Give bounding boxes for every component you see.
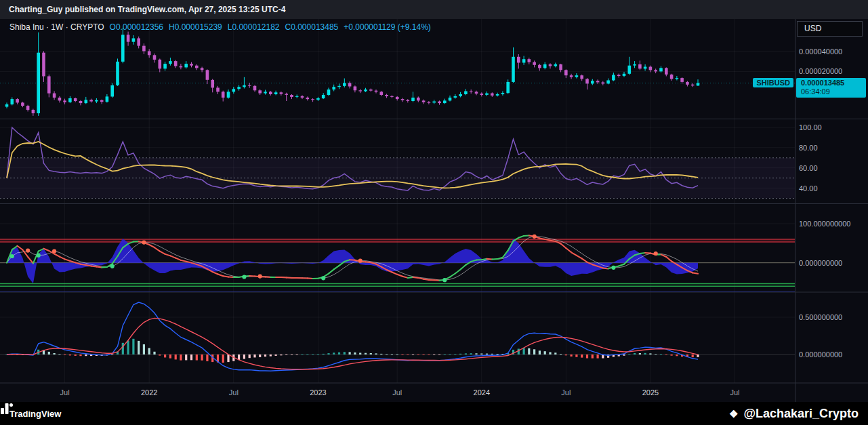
candle (417, 98, 420, 100)
rsi-band (0, 158, 795, 199)
candle (327, 89, 331, 95)
ohlc-close: C0.000013485 (285, 22, 339, 32)
candle (538, 65, 541, 68)
candle (617, 75, 621, 77)
bar-countdown: 06:34:09 (801, 87, 866, 96)
candle (169, 61, 172, 64)
candle (68, 98, 72, 102)
last-price-value: 0.000013485 (801, 79, 866, 87)
candle (396, 97, 399, 99)
candle (528, 59, 531, 62)
wt-cross-up-dot (442, 278, 447, 282)
chart-canvas[interactable]: 0.0000400000.000020000100.0080.0060.0040… (0, 0, 868, 425)
candle (301, 96, 304, 98)
ohlc-high: H0.000015239 (169, 22, 222, 32)
publish-text: Charting_Guy published on TradingView.co… (9, 5, 285, 14)
candle (232, 89, 236, 92)
wt-cross-down-dot (142, 241, 146, 245)
symbol-title[interactable]: Shiba Inu · 1W · CRYPTO (9, 22, 104, 32)
last-price-badge: 0.000013485 06:34:09 (796, 78, 866, 98)
candle (159, 60, 162, 68)
candle (506, 82, 510, 93)
candle (26, 106, 30, 110)
candle (153, 55, 157, 60)
candle (449, 98, 452, 100)
candle (110, 85, 114, 97)
tradingview-logo-icon (0, 402, 14, 416)
wt-cross-up-dot (611, 266, 615, 270)
wt-cross-down-dot (533, 235, 537, 239)
candle (559, 64, 562, 70)
candle (665, 68, 668, 75)
candle (697, 83, 700, 86)
candle (332, 87, 335, 89)
candle (348, 83, 352, 86)
candle (127, 35, 130, 41)
candle (32, 110, 35, 113)
candle (253, 86, 257, 91)
wt-cross-up-dot (242, 275, 246, 279)
tradingview-brand[interactable]: TradingView (9, 409, 61, 419)
candle (564, 70, 568, 75)
candle (654, 70, 657, 71)
wt-cross-up-dot (110, 264, 115, 268)
candle (74, 98, 77, 101)
wt-cross-up-dot (10, 254, 14, 258)
candle (407, 100, 410, 101)
handle-text: @Lachakari_Crypto (743, 407, 859, 421)
candle (311, 99, 314, 100)
candle (501, 93, 505, 94)
candle (411, 98, 415, 101)
candle (121, 35, 125, 62)
candle (258, 90, 262, 93)
candle (79, 101, 83, 103)
wt-cross-up-dot (37, 254, 41, 258)
candle (390, 96, 394, 97)
candle (485, 94, 489, 95)
candle (517, 57, 520, 63)
candle (422, 100, 426, 102)
candle (227, 92, 230, 98)
ohlc-change: +0.000001129 (+9.14%) (344, 22, 431, 32)
candle (428, 102, 431, 103)
candle (180, 66, 183, 68)
footer-bar: TradingView ❖ @Lachakari_Crypto (0, 402, 868, 425)
candle (364, 89, 367, 92)
candle (11, 99, 14, 104)
time-scale-drag-zone[interactable] (0, 383, 868, 402)
candle (163, 64, 167, 68)
candle (137, 39, 140, 46)
candle (354, 87, 357, 91)
ohlc-open: O0.000012356 (110, 22, 163, 32)
currency-toggle-button[interactable]: USD (797, 21, 863, 37)
wt-cross-down-dot (52, 249, 56, 253)
candle (401, 99, 405, 100)
watermark-handle: ❖ @Lachakari_Crypto (729, 407, 859, 421)
candle (248, 85, 251, 86)
candle (680, 78, 684, 82)
candle (201, 68, 204, 70)
candle (58, 98, 62, 100)
time-axis: Jul2022Jul2023Jul2024Jul2025Jul (0, 383, 868, 402)
price-scale-drag-zone[interactable] (795, 19, 868, 383)
candle (290, 95, 293, 97)
candle (358, 90, 362, 91)
wt-cross-down-dot (654, 251, 658, 256)
candle (5, 104, 9, 107)
candle (16, 99, 19, 102)
candle (549, 64, 552, 66)
candle (691, 85, 695, 86)
wt-cross-down-dot (26, 249, 30, 253)
candle (522, 59, 526, 62)
tradingview-published-chart: 0.0000400000.000020000100.0080.0060.0040… (0, 0, 868, 425)
candle (280, 92, 283, 94)
candle (269, 92, 272, 94)
candle (375, 91, 378, 92)
candle (369, 89, 373, 91)
candle (132, 39, 136, 42)
candle (237, 87, 241, 89)
price-axis: 0.0000400000.000020000100.0080.0060.0040… (795, 19, 868, 383)
candle (195, 66, 199, 68)
candle (454, 96, 457, 98)
publish-bar: Charting_Guy published on TradingView.co… (0, 0, 868, 19)
